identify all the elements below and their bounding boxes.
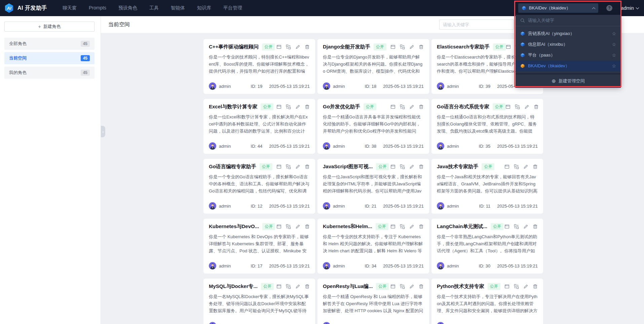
duplicate-transfer-icon[interactable] <box>286 44 291 49</box>
edit-icon[interactable] <box>523 284 528 289</box>
edit-icon[interactable] <box>523 164 528 169</box>
duplicate-transfer-icon[interactable] <box>286 224 291 229</box>
workspace-search-input[interactable] <box>528 18 616 23</box>
workspace-option[interactable]: 平台（paas） ☆ <box>516 50 621 61</box>
open-window-icon[interactable] <box>276 224 281 229</box>
edit-icon[interactable] <box>524 104 529 109</box>
keyword-search-input[interactable] <box>439 20 514 30</box>
delete-icon[interactable] <box>305 164 310 169</box>
card-timestamp: 2025-05-13 15:19:21 <box>269 84 310 89</box>
sidebar-collapse-handle[interactable]: ‹ <box>101 126 105 137</box>
nav-item[interactable]: 知识库 <box>197 5 211 11</box>
workspace-selector[interactable]: BKAIDev（bkaidev） <box>518 3 598 13</box>
open-window-icon[interactable] <box>390 44 395 49</box>
delete-icon[interactable] <box>534 104 539 109</box>
avatar <box>437 142 444 150</box>
duplicate-transfer-icon[interactable] <box>514 224 519 229</box>
open-window-icon[interactable] <box>276 104 281 109</box>
nav-item[interactable]: 预设角色 <box>118 5 137 11</box>
workspace-option[interactable]: 信息部AI（xinxibu） ☆ <box>516 39 621 50</box>
nav-item[interactable]: Prompts <box>89 5 106 11</box>
delete-icon[interactable] <box>305 44 310 49</box>
delete-icon[interactable] <box>419 164 424 169</box>
open-window-icon[interactable] <box>276 44 281 49</box>
card-title: Elasticsearch专家助手 <box>437 44 490 50</box>
favorite-star-icon[interactable]: ☆ <box>612 63 616 69</box>
workspace-cube-icon <box>520 53 525 58</box>
delete-icon[interactable] <box>533 164 538 169</box>
duplicate-transfer-icon[interactable] <box>400 164 405 169</box>
open-window-icon[interactable] <box>504 284 509 289</box>
sidebar-item[interactable]: 我的角色 45 <box>4 67 94 79</box>
duplicate-transfer-icon[interactable] <box>515 104 520 109</box>
nav-item[interactable]: 聊天窗 <box>63 5 77 11</box>
duplicate-transfer-icon[interactable] <box>400 44 405 49</box>
open-window-icon[interactable] <box>504 224 509 229</box>
edit-icon[interactable] <box>295 44 300 49</box>
delete-icon[interactable] <box>533 284 538 289</box>
sidebar-item[interactable]: 全部角色 45 <box>4 38 94 50</box>
new-role-button[interactable]: + 新建角色 <box>4 22 94 32</box>
delete-icon[interactable] <box>305 104 310 109</box>
nav-item[interactable]: 智能体 <box>171 5 185 11</box>
duplicate-transfer-icon[interactable] <box>286 104 291 109</box>
duplicate-transfer-icon[interactable] <box>400 104 405 109</box>
favorite-star-icon[interactable]: ☆ <box>612 42 616 47</box>
help-icon[interactable]: ? <box>606 5 612 11</box>
delete-icon[interactable] <box>419 224 424 229</box>
open-window-icon[interactable] <box>276 284 281 289</box>
card-description: 你是一个非常熟悉LangChain和Python单元测试的助手，擅长使用Lang… <box>437 233 538 254</box>
role-card: JavaScript图形可视... 公开 <box>317 159 429 214</box>
favorite-star-icon[interactable]: ☆ <box>612 31 616 36</box>
duplicate-transfer-icon[interactable] <box>400 284 405 289</box>
open-window-icon[interactable] <box>504 164 509 169</box>
edit-icon[interactable] <box>523 224 528 229</box>
edit-icon[interactable] <box>295 164 300 169</box>
nav-item[interactable]: 平台管理 <box>223 5 242 11</box>
delete-icon[interactable] <box>533 224 538 229</box>
new-workspace-button[interactable]: ⊕ 新建管理空间 <box>516 73 621 88</box>
workspace-current-label: BKAIDev（bkaidev） <box>529 5 571 11</box>
workspace-option[interactable]: 营销系统AI（yingxiao） ☆ <box>516 28 621 39</box>
avatar <box>209 82 216 90</box>
open-window-icon[interactable] <box>276 164 281 169</box>
workspace-option[interactable]: BKAIDev（bkaidev） ☆ <box>516 61 621 71</box>
workspace-options-list: 营销系统AI（yingxiao） ☆ 信息部AI（xinxibu） ☆ <box>516 26 621 73</box>
delete-icon[interactable] <box>419 104 424 109</box>
open-window-icon[interactable] <box>390 104 395 109</box>
card-actions <box>504 224 538 229</box>
edit-icon[interactable] <box>295 224 300 229</box>
duplicate-transfer-icon[interactable] <box>514 284 519 289</box>
card-description: 你是一位Excel和数学计算专家，擅长解决用户在Excel中遇到的各种数据处理、… <box>209 113 310 135</box>
nav-item[interactable]: 工具 <box>149 5 159 11</box>
card-author: admin <box>447 204 459 209</box>
card-header: OpenResty与Lua编... 公开 <box>323 283 424 290</box>
open-window-icon[interactable] <box>505 104 510 109</box>
workspace-option-label: 营销系统AI（yingxiao） <box>528 31 574 37</box>
duplicate-transfer-icon[interactable] <box>286 284 291 289</box>
edit-icon[interactable] <box>409 224 414 229</box>
duplicate-transfer-icon[interactable] <box>514 164 519 169</box>
duplicate-transfer-icon[interactable] <box>286 164 291 169</box>
card-author: admin <box>219 204 231 209</box>
edit-icon[interactable] <box>295 284 300 289</box>
edit-icon[interactable] <box>409 284 414 289</box>
delete-icon[interactable] <box>305 224 310 229</box>
edit-icon[interactable] <box>409 164 414 169</box>
delete-icon[interactable] <box>305 284 310 289</box>
card-footer: admin ID: 18 2025-05-13 15:19:21 <box>323 82 424 90</box>
open-window-icon[interactable] <box>390 284 395 289</box>
sidebar-item[interactable]: 当前空间 45 <box>4 52 94 64</box>
user-menu[interactable]: admin <box>621 5 639 11</box>
favorite-star-icon[interactable]: ☆ <box>612 52 616 58</box>
open-window-icon[interactable] <box>390 164 395 169</box>
open-window-icon[interactable] <box>506 44 511 49</box>
delete-icon[interactable] <box>419 44 424 49</box>
edit-icon[interactable] <box>409 44 414 49</box>
delete-icon[interactable] <box>419 284 424 289</box>
edit-icon[interactable] <box>409 104 414 109</box>
open-window-icon[interactable] <box>390 224 395 229</box>
card-description: 你是一个 Kubernetes 和 DevOps 的专家助手，能够详细解答与 K… <box>209 233 310 254</box>
edit-icon[interactable] <box>295 104 300 109</box>
duplicate-transfer-icon[interactable] <box>400 224 405 229</box>
